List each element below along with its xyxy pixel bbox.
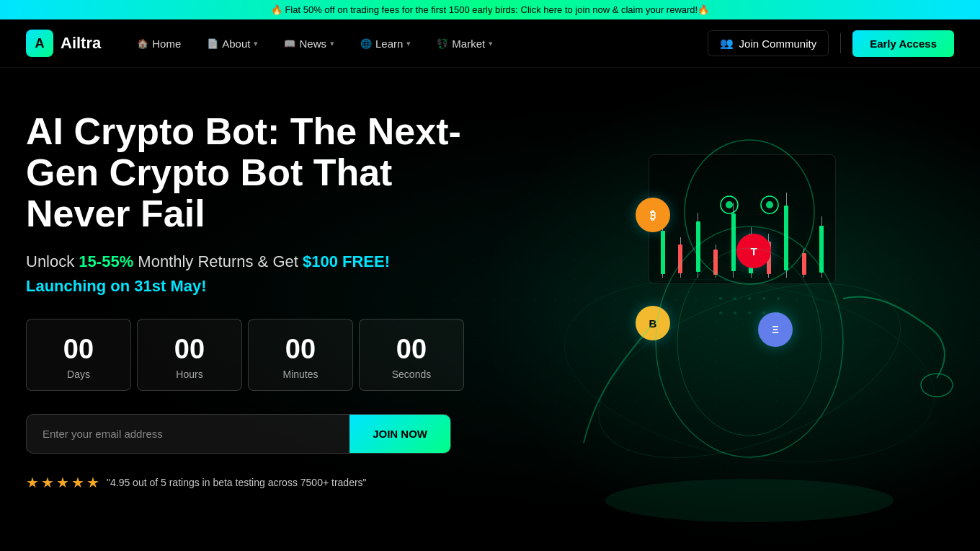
hero-visual: ₿ Ξ T B — [476, 68, 980, 549]
subtitle-mid: Monthly Returns & Get — [133, 252, 303, 270]
svg-point-19 — [576, 249, 923, 493]
svg-point-16 — [748, 312, 751, 314]
hours-value: 00 — [146, 335, 233, 363]
early-access-label: Early Access — [870, 38, 937, 50]
star-5: ★ — [86, 474, 99, 491]
svg-point-15 — [734, 312, 736, 314]
as-seen-label: As seen on — [26, 549, 954, 551]
nav-divider — [840, 33, 841, 53]
learn-icon: 🌐 — [360, 38, 372, 49]
hero-content: AI Crypto Bot: The Next-Gen Crypto Bot T… — [0, 68, 490, 549]
minutes-label: Minutes — [257, 369, 344, 380]
svg-point-2 — [677, 248, 821, 436]
nav-right: 👥 Join Community Early Access — [708, 30, 954, 57]
logo-text: Ailtra — [61, 34, 101, 53]
launch-prefix: Launching on — [26, 277, 134, 295]
community-label: Join Community — [739, 38, 817, 50]
logo[interactable]: A Ailtra — [26, 30, 101, 57]
svg-point-0 — [605, 479, 894, 522]
svg-point-20 — [550, 253, 949, 489]
nav-learn[interactable]: 🌐 Learn ▾ — [350, 32, 421, 56]
logo-icon: A — [26, 30, 53, 57]
star-3: ★ — [56, 474, 69, 491]
robot-figure — [540, 82, 958, 529]
learn-chevron-icon: ▾ — [406, 39, 411, 48]
svg-point-17 — [762, 312, 765, 314]
hero-section: ₿ Ξ T B — [0, 68, 980, 549]
countdown-timer: 00 Days 00 Hours 00 Minutes 00 Seconds — [26, 319, 464, 391]
email-input[interactable] — [27, 415, 349, 453]
ratings-text: "4.95 out of 5 ratings in beta testing a… — [107, 477, 367, 488]
ratings-row: ★ ★ ★ ★ ★ "4.95 out of 5 ratings in beta… — [26, 474, 464, 491]
svg-point-11 — [748, 297, 751, 300]
banner-text: 🔥 Flat 50% off on trading fees for the f… — [271, 4, 709, 15]
nav-links: 🏠 Home 📄 About ▾ 📖 News ▾ 🌐 Learn ▾ 💱 Ma… — [127, 32, 503, 56]
learn-label: Learn — [375, 38, 403, 50]
market-chevron-icon: ▾ — [489, 39, 493, 48]
email-form: JOIN NOW — [26, 414, 451, 454]
nav-market[interactable]: 💱 Market ▾ — [427, 32, 503, 56]
svg-point-3 — [685, 140, 814, 284]
subtitle-percent: 15-55% — [79, 252, 133, 270]
join-community-button[interactable]: 👥 Join Community — [708, 30, 829, 56]
days-label: Days — [35, 369, 122, 380]
countdown-seconds: 00 Seconds — [359, 319, 464, 391]
star-2: ★ — [41, 474, 54, 491]
seconds-value: 00 — [368, 335, 455, 363]
early-access-button[interactable]: Early Access — [852, 30, 954, 57]
svg-point-6 — [726, 201, 733, 208]
countdown-days: 00 Days — [26, 319, 131, 391]
join-now-label: JOIN NOW — [373, 428, 427, 440]
nav-news[interactable]: 📖 News ▾ — [274, 32, 344, 56]
star-4: ★ — [71, 474, 84, 491]
about-icon: 📄 — [207, 38, 218, 49]
hero-launch: Launching on 31st May! — [26, 277, 464, 296]
launch-date: 31st May! — [134, 277, 206, 295]
svg-point-9 — [719, 297, 722, 300]
community-icon: 👥 — [720, 37, 734, 50]
news-chevron-icon: ▾ — [330, 39, 334, 48]
home-icon: 🏠 — [137, 38, 148, 49]
subtitle-free: $100 FREE! — [303, 252, 390, 270]
nav-home[interactable]: 🏠 Home — [127, 32, 191, 56]
home-label: Home — [152, 38, 181, 50]
svg-point-12 — [762, 297, 765, 300]
nav-left: A Ailtra 🏠 Home 📄 About ▾ 📖 News ▾ 🌐 Lea… — [26, 30, 503, 57]
star-1: ★ — [26, 474, 39, 491]
join-now-button[interactable]: JOIN NOW — [349, 415, 450, 453]
countdown-minutes: 00 Minutes — [248, 319, 353, 391]
hero-title: AI Crypto Bot: The Next-Gen Crypto Bot T… — [26, 111, 464, 235]
subtitle-prefix: Unlock — [26, 252, 79, 270]
hero-subtitle: Unlock 15-55% Monthly Returns & Get $100… — [26, 252, 464, 271]
about-chevron-icon: ▾ — [254, 39, 258, 48]
hours-label: Hours — [146, 369, 233, 380]
seconds-label: Seconds — [368, 369, 455, 380]
promo-banner[interactable]: 🔥 Flat 50% off on trading fees for the f… — [0, 0, 980, 19]
svg-point-7 — [766, 201, 773, 208]
minutes-value: 00 — [257, 335, 344, 363]
navbar: A Ailtra 🏠 Home 📄 About ▾ 📖 News ▾ 🌐 Lea… — [0, 19, 980, 68]
market-label: Market — [452, 38, 485, 50]
news-icon: 📖 — [284, 38, 295, 49]
svg-point-13 — [777, 297, 780, 300]
market-icon: 💱 — [437, 38, 448, 49]
days-value: 00 — [35, 335, 122, 363]
svg-point-18 — [777, 312, 780, 314]
as-seen-on-section: As seen on DIGITALJOURNAL ANI South Asia… — [0, 549, 980, 551]
news-label: News — [299, 38, 326, 50]
star-rating: ★ ★ ★ ★ ★ — [26, 474, 99, 491]
nav-about[interactable]: 📄 About ▾ — [197, 32, 268, 56]
svg-point-14 — [719, 312, 722, 314]
countdown-hours: 00 Hours — [137, 319, 242, 391]
svg-point-1 — [656, 226, 843, 457]
about-label: About — [222, 38, 250, 50]
